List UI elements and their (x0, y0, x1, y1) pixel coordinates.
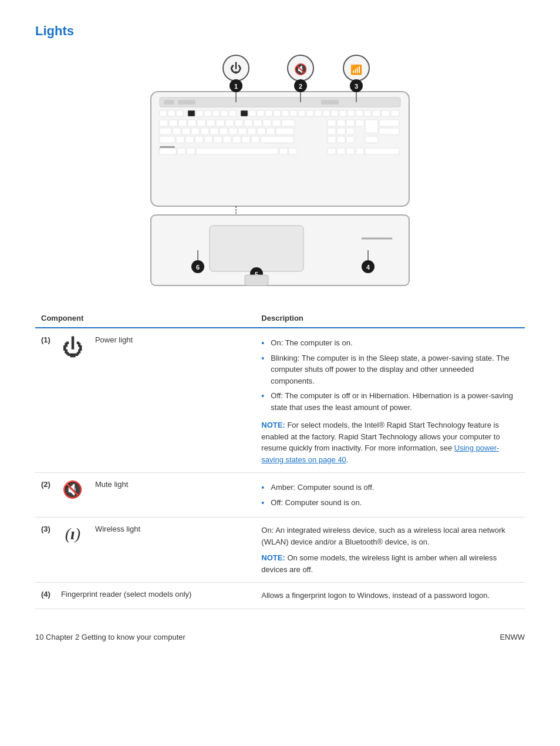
bullet-item: Off: The computer is off or in Hibernati… (261, 388, 519, 415)
table-row: (1) ⏻ Power light On: The computer is on… (35, 328, 525, 473)
footer-right: ENWW (500, 633, 525, 641)
bullet-item: Blinking: The computer is in the Sleep s… (261, 351, 519, 389)
svg-rect-39 (216, 120, 224, 126)
svg-rect-53 (160, 128, 171, 135)
svg-rect-34 (169, 120, 177, 126)
svg-rect-20 (290, 110, 297, 116)
svg-rect-2 (164, 100, 174, 105)
fingerprint-plain-text: Allows a fingerprint logon to Windows, i… (261, 590, 519, 601)
svg-rect-5 (160, 110, 167, 116)
table-row: (3) (ı) Wireless light On: An integrated… (35, 518, 525, 583)
svg-rect-71 (176, 136, 184, 143)
bullet-item: On: The computer is on. (261, 335, 519, 351)
svg-rect-41 (235, 120, 243, 126)
svg-rect-70 (160, 136, 175, 143)
svg-rect-59 (220, 128, 228, 135)
note-label: NOTE: (261, 553, 285, 562)
svg-rect-37 (197, 120, 205, 126)
svg-rect-120 (245, 275, 268, 285)
power-icon: ⏻ (61, 335, 85, 360)
svg-text:📶: 📶 (350, 64, 362, 75)
note-suffix: . (346, 455, 349, 464)
svg-rect-45 (272, 120, 281, 126)
note-label: NOTE: (261, 421, 285, 429)
svg-rect-91 (289, 148, 297, 154)
svg-rect-26 (339, 110, 346, 116)
svg-rect-4 (321, 100, 339, 105)
svg-rect-86 (160, 148, 176, 154)
svg-text:3: 3 (355, 83, 358, 90)
power-light-note: NOTE: For select models, the Intel® Rapi… (261, 419, 519, 465)
wireless-note: NOTE: On some models, the wireless light… (261, 552, 519, 575)
svg-rect-35 (178, 120, 187, 126)
svg-rect-98 (210, 226, 303, 271)
wireless-light-label: Wireless light (95, 525, 140, 533)
svg-rect-77 (232, 136, 241, 143)
svg-rect-72 (185, 136, 194, 143)
svg-rect-49 (346, 120, 355, 126)
svg-rect-44 (263, 120, 271, 126)
svg-rect-22 (306, 110, 313, 116)
table-row: (4) Fingerprint reader (select models on… (35, 583, 525, 609)
page-footer: 10 Chapter 2 Getting to know your comput… (35, 633, 525, 641)
svg-rect-60 (229, 128, 237, 135)
component-num: (3) (41, 525, 50, 533)
svg-rect-82 (337, 136, 345, 143)
svg-rect-65 (276, 128, 294, 135)
bullet-item: Amber: Computer sound is off. (261, 480, 519, 495)
svg-rect-23 (315, 110, 322, 116)
svg-rect-48 (337, 120, 345, 126)
laptop-diagram: ⏻ 1 🔇 2 📶 3 4 5 6 (35, 51, 525, 297)
svg-rect-16 (257, 110, 264, 116)
svg-rect-55 (182, 128, 190, 135)
svg-rect-63 (257, 128, 265, 135)
svg-rect-87 (177, 148, 185, 154)
svg-rect-28 (356, 110, 363, 116)
svg-rect-7 (176, 110, 183, 116)
svg-rect-17 (265, 110, 272, 116)
svg-rect-18 (274, 110, 281, 116)
svg-rect-1 (160, 98, 400, 107)
component-num: (4) (41, 590, 50, 599)
svg-rect-58 (210, 128, 218, 135)
svg-text:🔇: 🔇 (294, 63, 308, 76)
svg-rect-27 (348, 110, 355, 116)
footer-left: 10 Chapter 2 Getting to know your comput… (35, 633, 185, 641)
svg-rect-75 (214, 136, 222, 143)
svg-rect-54 (173, 128, 181, 135)
svg-rect-68 (346, 128, 355, 135)
svg-text:1: 1 (234, 83, 238, 90)
svg-rect-38 (207, 120, 215, 126)
svg-rect-66 (328, 128, 336, 135)
components-table: Component Description (1) ⏻ Power light … (35, 309, 525, 609)
svg-rect-83 (346, 136, 355, 143)
svg-rect-24 (323, 110, 330, 116)
svg-rect-57 (201, 128, 209, 135)
svg-rect-13 (229, 110, 236, 116)
svg-rect-96 (365, 148, 399, 154)
svg-rect-19 (282, 110, 289, 116)
mute-light-label: Mute light (95, 480, 128, 489)
component-num: (1) (41, 335, 50, 344)
svg-rect-50 (356, 120, 364, 126)
svg-rect-81 (328, 136, 336, 143)
svg-rect-30 (372, 110, 380, 116)
svg-rect-36 (188, 120, 196, 126)
svg-rect-84 (365, 136, 378, 143)
svg-text:⏻: ⏻ (230, 62, 242, 75)
svg-rect-61 (238, 128, 247, 135)
svg-rect-73 (195, 136, 203, 143)
svg-text:4: 4 (366, 264, 370, 271)
svg-rect-51 (365, 120, 378, 133)
svg-rect-47 (328, 120, 336, 126)
svg-rect-33 (160, 120, 168, 126)
svg-text:2: 2 (299, 83, 302, 90)
mute-icon: 🔇 (61, 480, 85, 499)
svg-rect-40 (225, 120, 234, 126)
svg-rect-56 (191, 128, 200, 135)
svg-rect-92 (328, 148, 336, 154)
page-title: Lights (35, 23, 525, 39)
svg-rect-9 (196, 110, 203, 116)
svg-rect-11 (212, 110, 220, 116)
bullet-item: Off: Computer sound is on. (261, 495, 519, 510)
